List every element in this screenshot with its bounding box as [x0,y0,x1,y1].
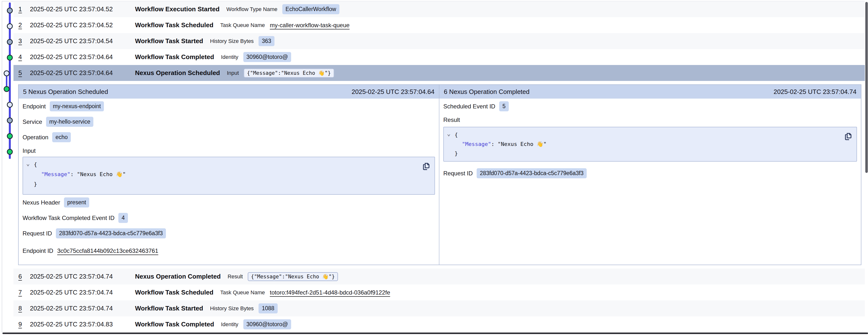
detail-panel-scheduled: 5 Nexus Operation Scheduled 2025-02-25 U… [19,85,439,264]
field-label: Workflow Task Completed Event ID [23,215,115,221]
timeline-event-node-completed[interactable] [7,55,13,61]
event-row[interactable]: 72025-02-25 UTC 23:57:04.74Workflow Task… [13,284,865,301]
event-timestamp: 2025-02-25 UTC 23:57:04.54 [30,37,135,45]
event-attr-label: History Size Bytes [210,305,254,312]
event-id-link[interactable]: 1 [19,5,30,13]
event-name: Workflow Task Scheduled [135,21,213,29]
event-attr-label: Input [227,70,239,76]
json-close-brace: } [455,149,857,158]
result-label: Result [443,114,857,126]
copy-icon [422,162,431,171]
detail-header: 5 Nexus Operation Scheduled 2025-02-25 U… [19,85,439,99]
event-timestamp: 2025-02-25 UTC 23:57:04.52 [30,5,135,13]
event-attr-link[interactable]: my-caller-workflow-task-queue [270,22,349,29]
field-value-chip: 283fd070-d57a-4423-bdca-c5c779e6a3f3 [56,228,166,239]
json-close-brace: } [34,179,434,189]
copy-icon [844,132,852,141]
json-key: "Message" [41,171,70,177]
event-timestamp: 2025-02-25 UTC 23:57:04.83 [30,320,135,328]
event-name: Nexus Operation Scheduled [135,69,220,77]
event-timestamp: 2025-02-25 UTC 23:57:04.64 [30,53,135,61]
event-timestamp: 2025-02-25 UTC 23:57:04.74 [30,273,135,280]
detail-field-row: Operationecho [23,130,435,145]
event-row[interactable]: 62025-02-25 UTC 23:57:04.74Nexus Operati… [13,269,865,284]
collapse-chevron-icon[interactable]: ⌄ [26,161,30,167]
event-timestamp: 2025-02-25 UTC 23:57:04.74 [30,305,135,312]
detail-body: Endpointmy-nexus-endpointServicemy-hello… [19,99,439,258]
field-value-chip: my-nexus-endpoint [50,101,104,111]
event-attr-value: 30960@totoro@ [243,319,291,329]
detail-field-row: Endpoint ID3c0c75ccfa8144b092c13ce632463… [23,243,435,258]
event-name: Workflow Task Scheduled [135,289,213,296]
timeline-event-node-scheduled[interactable] [7,23,13,29]
event-name: Workflow Task Completed [135,320,214,328]
field-value-chip: echo [52,132,71,142]
event-name: Workflow Task Completed [135,53,214,61]
event-attr-label: Task Queue Name [220,289,265,296]
timeline-event-node-started[interactable] [7,39,13,45]
timeline-event-node-started[interactable] [7,117,13,123]
workflow-history-view: 12025-02-25 UTC 23:57:04.52Workflow Exec… [0,0,868,335]
json-open-brace: { [34,160,434,169]
event-id-link[interactable]: 9 [19,320,30,328]
field-label: Nexus Header [23,199,60,206]
event-row[interactable]: 32025-02-25 UTC 23:57:04.54Workflow Task… [13,33,865,49]
timeline-event-node-scheduled[interactable] [4,71,9,76]
event-row[interactable]: 12025-02-25 UTC 23:57:04.52Workflow Exec… [13,1,865,17]
event-id-link[interactable]: 8 [19,305,30,312]
timeline-event-node-started[interactable] [7,8,13,13]
json-open-brace: { [455,130,857,140]
copy-button[interactable] [422,161,432,171]
event-attr-link[interactable]: totoro:f494fecf-2d51-4d48-bdcd-036a0f912… [270,289,390,296]
event-attr-label: Task Queue Name [220,22,265,28]
event-id-link[interactable]: 5 [19,69,30,77]
event-attr-value: 1088 [258,303,277,313]
field-label: Service [23,118,42,125]
json-key: "Message" [462,141,491,147]
event-id-link[interactable]: 6 [19,273,30,280]
detail-header: 6 Nexus Operation Completed 2025-02-25 U… [439,85,861,99]
detail-timestamp: 2025-02-25 UTC 23:57:04.74 [774,88,857,96]
field-value-link[interactable]: 3c0c75ccfa8144b092c13ce632463761 [57,247,158,254]
detail-body: Scheduled Event ID 5 Result ⌄ { "Message… [439,99,861,181]
field-value-chip: 5 [499,101,509,111]
event-id-link[interactable]: 2 [19,21,30,29]
event-timestamp: 2025-02-25 UTC 23:57:04.74 [30,289,135,296]
event-id-link[interactable]: 3 [19,37,30,45]
event-row[interactable]: 92025-02-25 UTC 23:57:04.83Workflow Task… [13,316,865,332]
timeline-event-node-completed[interactable] [7,133,13,139]
detail-timestamp: 2025-02-25 UTC 23:57:04.64 [352,88,434,96]
field-label: Operation [23,134,48,141]
event-row[interactable]: 42025-02-25 UTC 23:57:04.64Workflow Task… [13,49,865,65]
field-label: Request ID [443,170,473,177]
event-attr-label: History Size Bytes [210,38,254,45]
event-row[interactable]: 22025-02-25 UTC 23:57:04.52Workflow Task… [13,17,865,33]
input-payload-codeblock: ⌄ { "Message": "Nexus Echo 👋" } [23,157,435,195]
event-name: Nexus Operation Completed [135,273,221,280]
event-timestamp: 2025-02-25 UTC 23:57:04.64 [30,69,135,77]
field-value-chip: 4 [118,213,128,223]
event-row[interactable]: 52025-02-25 UTC 23:57:04.64Nexus Operati… [13,65,865,81]
detail-field-row: Workflow Task Completed Event ID4 [23,210,435,226]
detail-fields-bottom: Nexus HeaderpresentWorkflow Task Complet… [23,195,435,258]
event-row[interactable]: 82025-02-25 UTC 23:57:04.74Workflow Task… [13,301,865,316]
vertical-scrollbar-thumb[interactable] [865,2,868,173]
event-id-link[interactable]: 4 [19,53,30,61]
field-label: Request ID [23,230,52,237]
event-attr-value: {"Message":"Nexus Echo 👋"} [244,69,334,78]
event-id-link[interactable]: 7 [19,289,30,296]
detail-field-row: Servicemy-hello-service [23,114,435,130]
field-value-chip: present [64,197,89,207]
timeline-event-node-completed[interactable] [4,86,9,92]
timeline-event-node-scheduled[interactable] [7,102,13,108]
detail-title: 5 Nexus Operation Scheduled [23,88,108,96]
timeline-event-node-completed[interactable] [7,149,13,155]
field-label: Endpoint ID [23,247,53,254]
collapse-chevron-icon[interactable]: ⌄ [447,131,451,137]
event-detail-panel: 5 Nexus Operation Scheduled 2025-02-25 U… [18,84,861,265]
horizontal-scrollbar-thumb[interactable] [2,333,868,334]
event-name: Workflow Task Started [135,305,203,312]
event-attr-value: 363 [258,36,274,46]
event-attr-label: Identity [221,54,239,60]
copy-button[interactable] [844,131,854,141]
